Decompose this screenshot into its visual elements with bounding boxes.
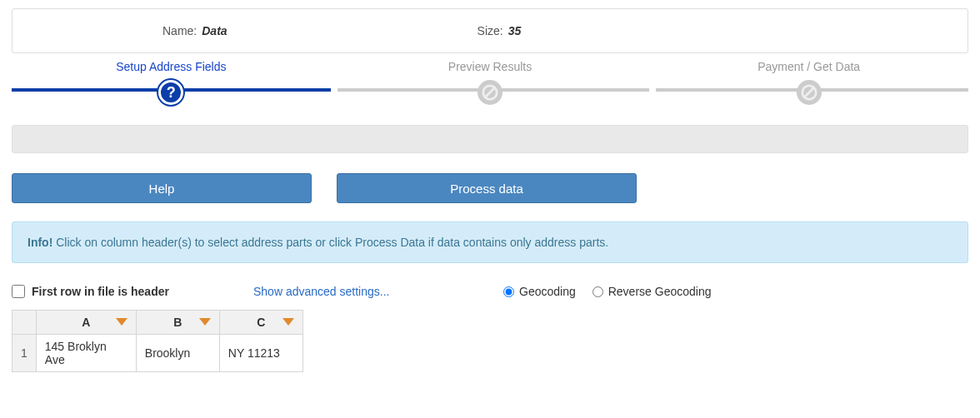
radio-reverse-geocoding-input[interactable]	[592, 286, 603, 297]
action-buttons: Help Process data	[12, 173, 968, 203]
step-payment-get-data[interactable]: Payment / Get Data	[649, 60, 968, 92]
question-icon: ?	[158, 80, 183, 105]
svg-marker-6	[282, 318, 294, 326]
disabled-icon	[478, 80, 502, 105]
first-row-header-label: First row in file is header	[32, 285, 169, 298]
radio-geocoding[interactable]: Geocoding	[503, 285, 576, 298]
geocoding-mode-radios: Geocoding Reverse Geocoding	[503, 285, 711, 298]
data-grid: A B C 1 145 Broklyn Ave Broo	[12, 310, 303, 372]
advanced-settings-link[interactable]: Show advanced settings...	[253, 285, 503, 298]
step-label: Setup Address Fields	[12, 60, 331, 82]
step-preview-results[interactable]: Preview Results	[331, 60, 650, 92]
step-label: Preview Results	[331, 60, 650, 82]
dropdown-icon[interactable]	[116, 318, 128, 326]
help-button[interactable]: Help	[12, 173, 312, 203]
cell[interactable]: 145 Broklyn Ave	[36, 335, 136, 372]
size-value: 35	[508, 24, 522, 37]
info-alert: Info! Click on column header(s) to selec…	[12, 221, 968, 263]
grid-corner	[12, 311, 37, 335]
wizard-steps: Setup Address Fields ? Preview Results P…	[12, 60, 968, 92]
column-label: B	[173, 316, 182, 329]
size-label: Size:	[478, 24, 503, 37]
row-number: 1	[12, 335, 37, 372]
radio-reverse-geocoding-label: Reverse Geocoding	[608, 285, 712, 298]
dropdown-icon[interactable]	[199, 318, 211, 326]
cell[interactable]: Brooklyn	[136, 335, 219, 372]
svg-line-3	[804, 88, 813, 97]
column-header-c[interactable]: C	[219, 311, 302, 335]
radio-geocoding-label: Geocoding	[519, 285, 576, 298]
table-row: 1 145 Broklyn Ave Brooklyn NY 11213	[12, 335, 303, 372]
cell[interactable]: NY 11213	[219, 335, 302, 372]
step-setup-address[interactable]: Setup Address Fields ?	[12, 60, 331, 92]
info-alert-bold: Info!	[28, 236, 52, 249]
first-row-header-checkbox-wrap[interactable]: First row in file is header	[12, 285, 253, 298]
status-strip	[12, 125, 968, 153]
svg-marker-5	[199, 318, 211, 326]
process-data-button[interactable]: Process data	[337, 173, 637, 203]
step-label: Payment / Get Data	[649, 60, 968, 82]
first-row-header-checkbox[interactable]	[12, 285, 25, 298]
svg-line-1	[486, 88, 495, 97]
dropdown-icon[interactable]	[282, 318, 294, 326]
disabled-icon	[797, 80, 822, 105]
info-alert-text: Click on column header(s) to select addr…	[56, 236, 608, 249]
radio-geocoding-input[interactable]	[503, 286, 514, 297]
column-header-a[interactable]: A	[36, 311, 136, 335]
svg-marker-4	[116, 318, 128, 326]
column-label: A	[82, 316, 90, 329]
column-label: C	[257, 316, 265, 329]
column-header-b[interactable]: B	[136, 311, 219, 335]
radio-reverse-geocoding[interactable]: Reverse Geocoding	[592, 285, 712, 298]
file-info-bar: Name: Data Size: 35	[12, 8, 968, 53]
name-label: Name:	[162, 24, 197, 37]
options-row: First row in file is header Show advance…	[12, 285, 968, 298]
name-value: Data	[202, 24, 227, 37]
